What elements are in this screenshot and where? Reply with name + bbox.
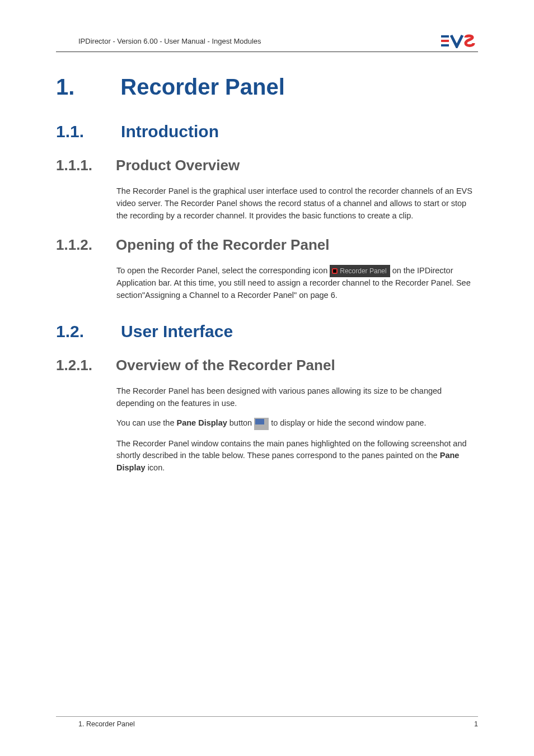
body-paragraph: The Recorder Panel is the graphical user…	[116, 185, 478, 222]
icon-label: Recorder Panel	[340, 266, 386, 276]
svg-rect-0	[441, 35, 449, 38]
text-fragment: The Recorder Panel window contains the m…	[116, 439, 467, 460]
record-icon	[332, 268, 338, 274]
text-fragment: icon.	[148, 463, 165, 472]
header-breadcrumb: IPDirector - Version 6.00 - User Manual …	[56, 37, 261, 45]
svg-rect-1	[441, 40, 449, 42]
text-fragment: To open the Recorder Panel, select the c…	[116, 266, 330, 275]
chapter-number: 1.	[56, 74, 74, 100]
subsection-title: Opening of the Recorder Panel	[116, 236, 329, 254]
page-header: IPDirector - Version 6.00 - User Manual …	[56, 34, 478, 52]
section-title: Introduction	[121, 122, 219, 141]
section-1-2-heading: 1.2. User Interface	[56, 322, 478, 341]
page-number: 1	[474, 720, 478, 728]
subsection-title: Product Overview	[116, 157, 240, 174]
page-footer: 1. Recorder Panel 1	[56, 716, 478, 728]
section-1-2-1-heading: 1.2.1. Overview of the Recorder Panel	[56, 357, 478, 374]
section-1-1-2-heading: 1.1.2. Opening of the Recorder Panel	[56, 236, 478, 254]
evs-logo	[441, 34, 478, 48]
text-fragment: button	[229, 418, 254, 427]
document-page: IPDirector - Version 6.00 - User Manual …	[0, 0, 534, 756]
svg-rect-2	[441, 44, 449, 46]
body-paragraph: The Recorder Panel has been designed wit…	[116, 385, 478, 410]
text-fragment: You can use the	[116, 418, 177, 427]
section-number: 1.1.	[56, 122, 84, 141]
body-paragraph: The Recorder Panel window contains the m…	[116, 438, 478, 474]
section-title: User Interface	[121, 322, 233, 341]
pane-display-icon	[254, 418, 269, 430]
chapter-title: Recorder Panel	[120, 74, 284, 100]
section-1-1-heading: 1.1. Introduction	[56, 122, 478, 141]
footer-section-name: 1. Recorder Panel	[56, 720, 135, 728]
subsection-number: 1.2.1.	[56, 357, 92, 374]
chapter-heading: 1. Recorder Panel	[56, 74, 478, 100]
section-number: 1.2.	[56, 322, 84, 341]
subsection-number: 1.1.2.	[56, 236, 92, 254]
bold-text: Pane Display	[177, 418, 227, 427]
subsection-number: 1.1.1.	[56, 157, 92, 174]
subsection-title: Overview of the Recorder Panel	[116, 357, 335, 374]
section-1-1-1-heading: 1.1.1. Product Overview	[56, 157, 478, 174]
recorder-panel-button-icon: Recorder Panel	[330, 265, 390, 277]
body-paragraph: To open the Recorder Panel, select the c…	[116, 265, 478, 302]
text-fragment: to display or hide the second window pan…	[271, 418, 426, 427]
body-paragraph: You can use the Pane Display button to d…	[116, 417, 478, 430]
